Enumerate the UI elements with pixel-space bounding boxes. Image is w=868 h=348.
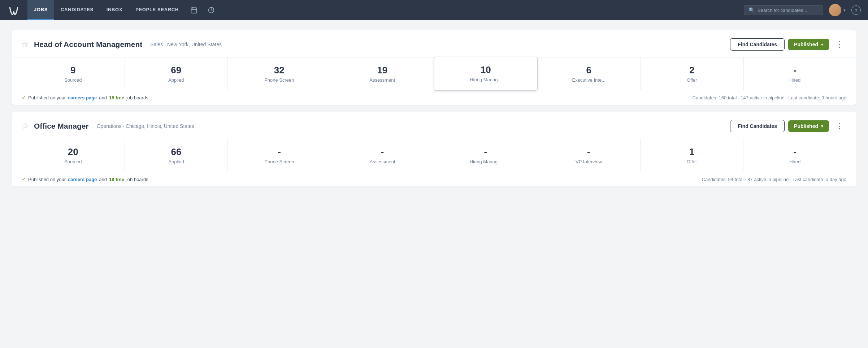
published-chevron-icon-1: ▾ (821, 42, 823, 47)
nav-candidates[interactable]: CANDIDATES (54, 0, 100, 20)
published-btn-1[interactable]: Published ▾ (788, 39, 829, 50)
help-button[interactable]: ? (851, 5, 861, 15)
pipeline-stats-1: 9 Sourced 69 Applied 32 Phone Screen 19 … (12, 57, 856, 90)
star-icon-job2[interactable]: ☆ (22, 121, 29, 131)
nav-people-search[interactable]: PEOPLE SEARCH (129, 0, 185, 20)
user-menu[interactable]: ▾ (829, 4, 846, 16)
footer-left-1: ✓ Published on your careers page and 18 … (22, 95, 148, 100)
job-card-1: ☆ Head of Account Management Sales · New… (12, 30, 856, 105)
navigation: JOBS CANDIDATES INBOX PEOPLE SEARCH 🔍 (0, 0, 868, 20)
job-card-1-header: ☆ Head of Account Management Sales · New… (12, 30, 856, 57)
stat-assessment-1[interactable]: 19 Assessment (331, 57, 434, 90)
published-btn-2[interactable]: Published ▾ (788, 120, 829, 132)
nav-right: 🔍 ▾ ? (744, 4, 861, 16)
chevron-down-icon: ▾ (843, 8, 846, 13)
job-title-2: Office Manager (34, 122, 89, 130)
stat-applied-1[interactable]: 69 Applied (125, 57, 228, 90)
footer-left-2: ✓ Published on your careers page and 18 … (22, 176, 148, 182)
job-actions-1: Find Candidates Published ▾ ⋮ (730, 38, 846, 51)
careers-page-link-1[interactable]: careers page (68, 95, 97, 100)
search-icon: 🔍 (748, 7, 755, 13)
more-menu-btn-2[interactable]: ⋮ (833, 121, 846, 132)
main-content: ☆ Head of Account Management Sales · New… (0, 20, 868, 197)
published-chevron-icon-2: ▾ (821, 124, 823, 129)
stat-hiring-manager-2[interactable]: - Hiring Manag... (434, 139, 538, 172)
careers-page-link-2[interactable]: careers page (68, 177, 97, 182)
search-input[interactable] (758, 8, 819, 13)
card-footer-1: ✓ Published on your careers page and 18 … (12, 90, 856, 105)
stat-vp-interview-2[interactable]: - VP Interview (537, 139, 641, 172)
pipeline-stats-2: 20 Sourced 66 Applied - Phone Screen - A… (12, 139, 856, 172)
nav-jobs[interactable]: JOBS (27, 0, 54, 20)
star-icon-job1[interactable]: ☆ (22, 40, 29, 49)
check-icon-1: ✓ (22, 95, 26, 100)
calendar-icon[interactable] (185, 0, 203, 20)
avatar (829, 4, 841, 16)
job-meta-1: Sales · New York, United States (150, 42, 222, 47)
job-title-1: Head of Account Management (34, 40, 142, 49)
job-meta-2: Operations · Chicago, Illinois, United S… (97, 123, 194, 129)
analytics-icon[interactable] (203, 0, 220, 20)
nav-inbox[interactable]: INBOX (100, 0, 129, 20)
stat-sourced-1[interactable]: 9 Sourced (22, 57, 125, 90)
stat-assessment-2[interactable]: - Assessment (331, 139, 434, 172)
find-candidates-btn-1[interactable]: Find Candidates (730, 38, 785, 51)
stat-sourced-2[interactable]: 20 Sourced (22, 139, 125, 172)
stat-applied-2[interactable]: 66 Applied (125, 139, 228, 172)
free-boards-link-1[interactable]: 18 free (109, 95, 124, 100)
footer-stats-2: Candidates: 94 total · 87 active in pipe… (702, 177, 846, 182)
job-card-2: ☆ Office Manager Operations · Chicago, I… (12, 112, 856, 186)
svg-rect-0 (191, 8, 196, 13)
search-box[interactable]: 🔍 (744, 5, 823, 15)
stat-executive-interview-1[interactable]: 6 Executive Inte... (538, 57, 641, 90)
stat-phone-screen-1[interactable]: 32 Phone Screen (228, 57, 331, 90)
find-candidates-btn-2[interactable]: Find Candidates (730, 120, 785, 132)
job-card-2-header: ☆ Office Manager Operations · Chicago, I… (12, 112, 856, 139)
stat-hiring-manager-1[interactable]: 10 Hiring Manag... (434, 57, 538, 91)
check-icon-2: ✓ (22, 176, 26, 182)
stat-hired-1[interactable]: - Hired (744, 57, 847, 90)
stat-offer-1[interactable]: 2 Offer (641, 57, 744, 90)
stat-hired-2[interactable]: - Hired (743, 139, 846, 172)
card-footer-2: ✓ Published on your careers page and 18 … (12, 172, 856, 186)
nav-items: JOBS CANDIDATES INBOX PEOPLE SEARCH (27, 0, 744, 20)
free-boards-link-2[interactable]: 18 free (109, 177, 124, 182)
stat-offer-2[interactable]: 1 Offer (641, 139, 744, 172)
footer-stats-1: Candidates: 160 total · 147 active in pi… (693, 95, 846, 100)
more-menu-btn-1[interactable]: ⋮ (833, 39, 846, 50)
logo[interactable] (7, 4, 20, 17)
stat-phone-screen-2[interactable]: - Phone Screen (228, 139, 331, 172)
job-actions-2: Find Candidates Published ▾ ⋮ (730, 120, 846, 132)
